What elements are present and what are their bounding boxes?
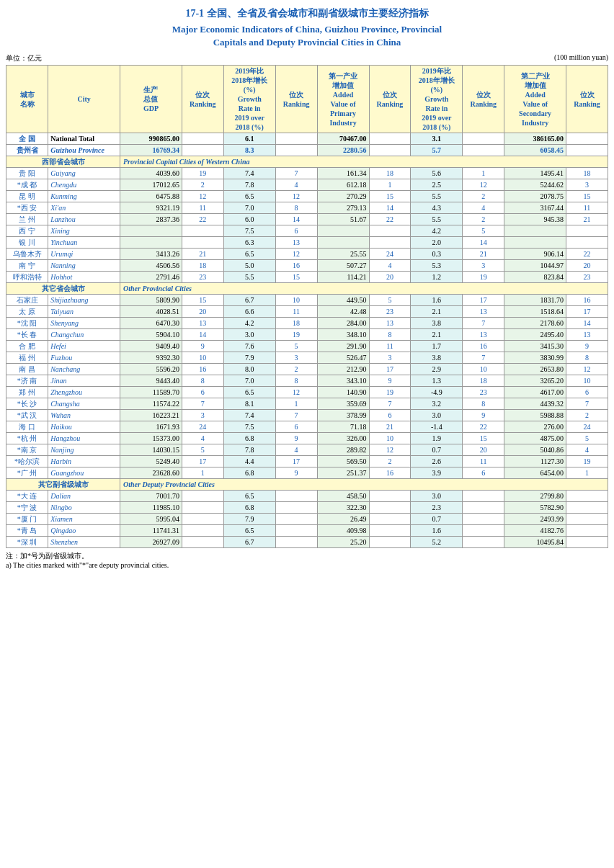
secondary-rank: 20 <box>566 260 608 272</box>
growth-rank: 15 <box>275 272 317 283</box>
growth-rank <box>275 537 317 548</box>
secondary-rank: 19 <box>566 456 608 467</box>
primary: 289.82 <box>317 444 369 456</box>
city-en: Hohhot <box>48 272 120 283</box>
secondary: 4182.76 <box>504 525 566 537</box>
primary: 291.90 <box>317 341 369 352</box>
growth: 8.3 <box>223 145 275 156</box>
secondary: 3265.20 <box>504 375 566 387</box>
primary-growth: 3.8 <box>411 352 463 364</box>
city-en: National Total <box>48 133 120 145</box>
table-row: 银 川 Yinchuan 6.3 13 2.0 14 <box>6 237 608 249</box>
table-row: *武 汉 Wuhan 16223.21 3 7.4 7 378.99 6 3.0… <box>6 410 608 421</box>
primary-rank: 2 <box>369 456 411 467</box>
growth-rank: 12 <box>275 387 317 398</box>
secondary: 2493.99 <box>504 514 566 525</box>
secondary: 5244.62 <box>504 179 566 191</box>
secondary: 2495.40 <box>504 329 566 341</box>
growth: 6.1 <box>223 133 275 145</box>
growth: 7.8 <box>223 179 275 191</box>
primary-growth-rank: 4 <box>463 202 504 214</box>
city-en: Xiamen <box>48 514 120 525</box>
primary-growth-rank <box>463 537 504 548</box>
secondary-rank: 10 <box>566 375 608 387</box>
city-en: Xining <box>48 225 120 237</box>
primary-growth: 1.7 <box>411 341 463 352</box>
col-header-gdp: 生产总值GDP <box>120 66 182 133</box>
primary: 526.47 <box>317 352 369 364</box>
primary-rank <box>369 525 411 537</box>
primary-rank: 3 <box>369 352 411 364</box>
primary-growth-rank: 12 <box>463 179 504 191</box>
primary-growth-rank <box>463 514 504 525</box>
primary: 114.21 <box>317 272 369 283</box>
primary-growth: 1.2 <box>411 272 463 283</box>
secondary: 945.38 <box>504 214 566 225</box>
primary: 284.00 <box>317 318 369 329</box>
city-en: Nanjing <box>48 444 120 456</box>
table-row: *成 都 Chengdu 17012.65 2 7.8 4 612.18 1 2… <box>6 179 608 191</box>
secondary-rank: 18 <box>566 168 608 179</box>
primary: 25.55 <box>317 249 369 260</box>
table-row: *深 圳 Shenzhen 26927.09 6.7 25.20 5.2 104… <box>6 537 608 548</box>
growth: 6.8 <box>223 502 275 514</box>
primary-growth-rank: 1 <box>463 168 504 179</box>
city-en: Kunming <box>48 191 120 202</box>
growth: 6.7 <box>223 537 275 548</box>
primary-growth-rank: 9 <box>463 410 504 421</box>
gdp: 4039.60 <box>120 168 182 179</box>
growth: 6.5 <box>223 191 275 202</box>
primary-growth-rank: 7 <box>463 318 504 329</box>
gdp-rank <box>182 237 223 249</box>
growth: 7.0 <box>223 202 275 214</box>
gdp: 2837.36 <box>120 214 182 225</box>
gdp-rank: 20 <box>182 306 223 318</box>
primary-growth-rank: 13 <box>463 306 504 318</box>
city-en: Yinchuan <box>48 237 120 249</box>
secondary: 823.84 <box>504 272 566 283</box>
gdp: 7001.70 <box>120 491 182 502</box>
primary: 25.20 <box>317 537 369 548</box>
city-en: Haikou <box>48 421 120 433</box>
primary-growth: 1.6 <box>411 295 463 306</box>
growth: 4.4 <box>223 456 275 467</box>
gdp-rank: 3 <box>182 410 223 421</box>
secondary: 10495.84 <box>504 537 566 548</box>
city-zh: *沈 阳 <box>6 318 48 329</box>
city-en: Harbin <box>48 456 120 467</box>
table-row: 贵 阳 Guiyang 4039.60 19 7.4 7 161.34 18 5… <box>6 168 608 179</box>
table-row: 乌鲁木齐 Urumqi 3413.26 21 6.5 12 25.55 24 0… <box>6 249 608 260</box>
city-en: Shenyang <box>48 318 120 329</box>
primary-growth-rank: 22 <box>463 421 504 433</box>
gdp: 16769.34 <box>120 145 182 156</box>
city-zh: 福 州 <box>6 352 48 364</box>
primary-growth: -1.4 <box>411 421 463 433</box>
growth-rank: 1 <box>275 398 317 410</box>
city-zh: 呼和浩特 <box>6 272 48 283</box>
secondary <box>504 225 566 237</box>
gdp: 26927.09 <box>120 537 182 548</box>
primary-growth: 0.7 <box>411 514 463 525</box>
city-zh: 银 川 <box>6 237 48 249</box>
city-en: Wuhan <box>48 410 120 421</box>
gdp-rank: 15 <box>182 295 223 306</box>
col-header-city-zh: 城市名称 <box>6 66 48 133</box>
primary <box>317 225 369 237</box>
primary: 140.90 <box>317 387 369 398</box>
primary-growth: 4.2 <box>411 225 463 237</box>
growth-rank: 6 <box>275 421 317 433</box>
table-row: 呼和浩特 Hohhot 2791.46 23 5.5 15 114.21 20 … <box>6 272 608 283</box>
primary-growth-rank: 15 <box>463 433 504 444</box>
gdp-rank: 1 <box>182 467 223 479</box>
city-zh: 全 国 <box>6 133 48 145</box>
city-en: Fuzhou <box>48 352 120 364</box>
growth-rank: 4 <box>275 444 317 456</box>
table-row: *哈尔滨 Harbin 5249.40 17 4.4 17 569.50 2 2… <box>6 456 608 467</box>
primary-rank: 9 <box>369 375 411 387</box>
section-header-zh: 西部省会城市 <box>6 156 120 168</box>
gdp: 15373.00 <box>120 433 182 444</box>
growth: 5.0 <box>223 260 275 272</box>
gdp: 3413.26 <box>120 249 182 260</box>
gdp: 16223.21 <box>120 410 182 421</box>
primary-growth-rank <box>463 133 504 145</box>
